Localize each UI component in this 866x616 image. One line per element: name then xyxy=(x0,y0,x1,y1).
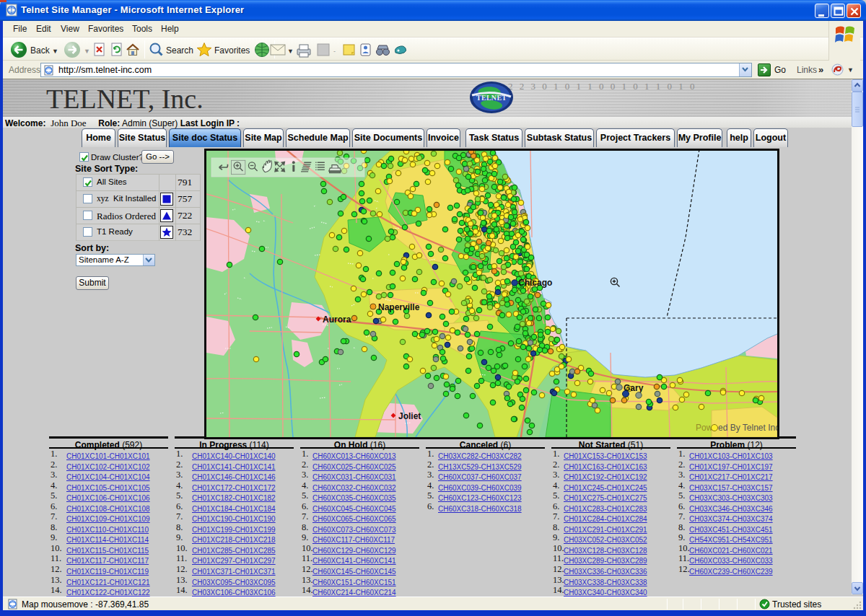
svg-text:Chicago: Chicago xyxy=(518,278,552,288)
svg-text:Naperville: Naperville xyxy=(378,302,420,312)
svg-text:Aurora: Aurora xyxy=(323,314,351,325)
svg-text:TELNET: TELNET xyxy=(476,94,507,102)
svg-text:Joliet: Joliet xyxy=(398,411,421,421)
svg-text:ed By Telnet Inc: ed By Telnet Inc xyxy=(718,423,777,433)
svg-text:Pow: Pow xyxy=(696,423,713,433)
